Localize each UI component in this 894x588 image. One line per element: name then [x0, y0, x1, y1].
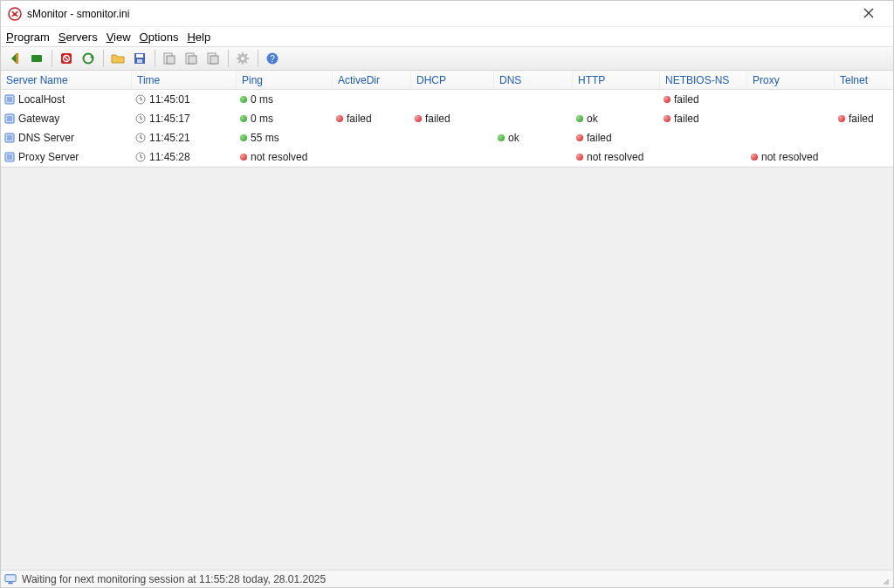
col-activedir[interactable]: ActiveDir	[333, 71, 411, 89]
col-server-name[interactable]: Server Name	[1, 71, 132, 89]
toolbar-separator	[258, 50, 258, 67]
status-dot-icon	[240, 154, 247, 161]
status-dot-icon	[838, 115, 845, 122]
server-icon	[4, 133, 15, 143]
status-cell: failed	[333, 113, 411, 125]
col-dhcp[interactable]: DHCP	[411, 71, 494, 89]
server-icon	[4, 113, 15, 124]
status-dot-icon	[664, 115, 670, 122]
status-cell: 55 ms	[237, 132, 333, 144]
status-dot-icon	[498, 134, 505, 141]
toolbar-report-a-button[interactable]	[159, 49, 180, 68]
app-window: sMonitor - smonitor.ini Program Servers …	[0, 0, 894, 588]
toolbar-settings-button[interactable]	[232, 49, 253, 68]
server-name-cell: LocalHost	[1, 93, 132, 106]
svg-rect-1	[16, 53, 18, 64]
toolbar-stop-button[interactable]	[56, 49, 77, 68]
status-dot-icon	[751, 154, 758, 161]
col-netbios[interactable]: NETBIOS-NS	[660, 71, 747, 89]
status-dot-icon	[576, 115, 583, 122]
toolbar-separator	[155, 50, 155, 67]
server-name: Gateway	[18, 113, 59, 125]
status-cell: not resolved	[747, 151, 835, 163]
report-icon	[206, 51, 220, 65]
app-icon	[8, 7, 22, 21]
status-cell: failed	[660, 93, 747, 106]
svg-point-16	[241, 57, 244, 60]
server-name: LocalHost	[18, 93, 65, 106]
status-text: failed	[587, 132, 612, 144]
time-value: 11:45:17	[149, 113, 190, 125]
toolbar-report-c-button[interactable]	[203, 49, 224, 68]
svg-text:?: ?	[270, 54, 275, 64]
toolbar-help-button[interactable]: ?	[262, 49, 283, 68]
table-row[interactable]: DNS Server11:45:2155 msokfailed	[1, 128, 893, 147]
svg-point-31	[887, 583, 889, 585]
status-cell: not resolved	[237, 151, 333, 163]
status-text: not resolved	[761, 151, 818, 163]
status-cell: ok	[573, 113, 660, 125]
status-dot-icon	[415, 115, 422, 122]
col-dns[interactable]: DNS	[494, 71, 573, 89]
close-button[interactable]	[851, 6, 886, 22]
toolbar-next-button[interactable]	[26, 49, 47, 68]
server-name-cell: DNS Server	[1, 132, 132, 144]
toolbar-separator	[52, 50, 52, 67]
svg-point-5	[84, 54, 93, 64]
svg-rect-12	[189, 56, 196, 64]
arrow-left-icon	[8, 51, 22, 65]
menu-options[interactable]: Options	[140, 31, 179, 44]
time-cell: 11:45:17	[132, 113, 237, 125]
server-name-cell: Proxy Server	[1, 151, 132, 163]
time-value: 11:45:28	[149, 151, 190, 163]
server-name: Proxy Server	[18, 151, 79, 163]
menu-program[interactable]: Program	[6, 31, 50, 44]
status-text: 55 ms	[251, 132, 279, 144]
toolbar-refresh-button[interactable]	[78, 49, 99, 68]
resize-grip-icon	[877, 573, 890, 585]
status-text: failed	[674, 93, 699, 106]
col-telnet[interactable]: Telnet	[835, 71, 894, 89]
server-icon	[4, 94, 15, 105]
toolbar-prev-button[interactable]	[4, 49, 25, 68]
toolbar-report-b-button[interactable]	[181, 49, 202, 68]
svg-rect-10	[167, 56, 175, 64]
table-row[interactable]: Proxy Server11:45:28not resolvednot reso…	[1, 147, 893, 167]
status-cell: 0 ms	[237, 93, 333, 106]
title-bar: sMonitor - smonitor.ini	[1, 1, 893, 27]
svg-point-33	[887, 579, 889, 581]
refresh-icon	[81, 51, 95, 65]
time-value: 11:45:01	[149, 93, 190, 106]
status-cell: failed	[573, 132, 660, 144]
col-ping[interactable]: Ping	[237, 71, 333, 89]
col-http[interactable]: HTTP	[573, 71, 660, 89]
monitor-icon	[4, 573, 17, 585]
toolbar-open-button[interactable]	[107, 49, 128, 68]
menu-help[interactable]: Help	[187, 31, 210, 44]
time-cell: 11:45:01	[132, 93, 237, 106]
status-dot-icon	[576, 154, 583, 161]
status-dot-icon	[240, 115, 247, 122]
status-cell: 0 ms	[237, 113, 333, 125]
status-text: failed	[849, 113, 874, 125]
svg-rect-7	[136, 54, 143, 58]
clock-icon	[135, 152, 146, 162]
status-text: failed	[347, 113, 372, 125]
col-proxy[interactable]: Proxy	[747, 71, 835, 89]
table-row[interactable]: Gateway11:45:170 msfailedfailedokfailedf…	[1, 109, 893, 128]
status-cell: ok	[494, 132, 573, 144]
col-time[interactable]: Time	[132, 71, 237, 89]
gear-icon	[236, 51, 250, 65]
svg-rect-2	[31, 55, 42, 62]
status-cell: not resolved	[573, 151, 660, 163]
server-name-cell: Gateway	[1, 113, 132, 125]
window-title: sMonitor - smonitor.ini	[27, 8, 851, 20]
menu-servers[interactable]: Servers	[58, 31, 98, 44]
status-dot-icon	[336, 115, 343, 122]
toolbar-save-button[interactable]	[129, 49, 150, 68]
svg-point-34	[884, 583, 885, 585]
save-icon	[133, 51, 147, 65]
table-row[interactable]: LocalHost11:45:010 msfailed	[1, 90, 893, 109]
menu-view[interactable]: View	[107, 31, 131, 44]
time-cell: 11:45:21	[132, 132, 237, 144]
